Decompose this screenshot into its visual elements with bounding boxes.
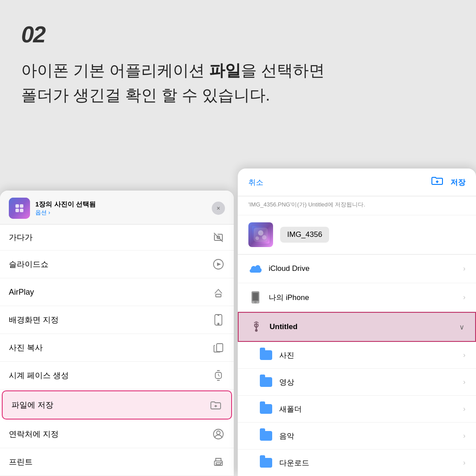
icloud-drive-icon: [248, 262, 262, 276]
share-header-text: 1장의 사진이 선택됨 옵션 ›: [35, 200, 206, 217]
partial-label: 가다가: [9, 232, 33, 243]
folder-icon: [209, 398, 222, 412]
description: 아이폰 기본 어플리케이션 파일을 선택하면 폴더가 생긴걸 확인 할 수 있습…: [21, 58, 455, 108]
svg-point-17: [217, 431, 220, 435]
files-header-actions: 저장: [431, 176, 465, 189]
folder-new-label: 새폴더: [279, 404, 457, 414]
svg-rect-8: [217, 344, 223, 352]
svg-rect-29: [252, 292, 259, 301]
print-label: 프린트: [9, 457, 33, 467]
icloud-drive-chevron: ›: [463, 265, 465, 273]
camera-off-icon: [212, 231, 225, 244]
icloud-drive-label: iCloud Drive: [269, 264, 457, 273]
person-circle-icon: [212, 427, 225, 441]
wallpaper-label: 배경화면 지정: [9, 315, 59, 325]
desc-line1-end: 을 선택하면: [241, 61, 325, 79]
desc-bold: 파일: [209, 61, 241, 79]
untitled-item[interactable]: Untitled ∨: [238, 312, 476, 342]
save-to-files-label: 파일에 저장: [11, 400, 53, 410]
new-folder-icon[interactable]: [431, 176, 443, 189]
share-header: 1장의 사진이 선택됨 옵션 › ×: [0, 191, 234, 225]
svg-point-26: [255, 236, 259, 240]
files-preview-area: IMG_4356: [238, 215, 476, 255]
my-iphone-item[interactable]: 나의 iPhone ›: [238, 283, 476, 312]
share-header-subtitle[interactable]: 옵션 ›: [35, 209, 206, 217]
watch-icon: [212, 369, 225, 382]
svg-point-30: [255, 302, 256, 303]
untitled-label: Untitled: [270, 322, 453, 331]
phone-icon: [212, 313, 225, 326]
files-dialog-header: 취소 저장: [238, 169, 476, 196]
folder-new-chevron: ›: [463, 405, 465, 413]
folder-videos-chevron: ›: [463, 378, 465, 386]
print-menu-item[interactable]: 프린트: [0, 448, 234, 476]
top-section: 02 아이폰 기본 어플리케이션 파일을 선택하면 폴더가 생긴걸 확인 할 수…: [0, 0, 476, 121]
airplay-icon: [212, 285, 225, 299]
copy-icon: [212, 341, 225, 354]
svg-rect-19: [216, 463, 221, 465]
svg-point-20: [221, 462, 222, 464]
step-number: 02: [21, 21, 455, 48]
copy-photo-menu-item[interactable]: 사진 복사: [0, 334, 234, 362]
folder-photos-label: 사진: [279, 350, 457, 360]
folder-downloads-icon: [259, 456, 273, 470]
share-sheet: 1장의 사진이 선택됨 옵션 › × 가다가 슬라이드쇼: [0, 191, 234, 476]
play-circle-icon: [212, 258, 225, 271]
desc-line1-prefix: 아이폰 기본 어플리케이션: [21, 61, 209, 79]
folder-downloads-chevron: ›: [463, 459, 465, 467]
watch-face-label: 시계 페이스 생성: [9, 370, 69, 381]
partial-menu-item: 가다가: [0, 225, 234, 251]
files-info-text: 'IMG_4356.PNG'이(가) Untitled에 저장됩니다.: [238, 196, 476, 215]
folder-videos-label: 영상: [279, 377, 457, 387]
share-header-close-button[interactable]: ×: [212, 202, 225, 215]
my-iphone-icon: [248, 290, 262, 304]
sub-folder-music[interactable]: 음악 ›: [238, 423, 476, 450]
assign-contact-menu-item[interactable]: 연락처에 지정: [0, 420, 234, 448]
folder-music-chevron: ›: [463, 432, 465, 440]
sub-folder-photos[interactable]: 사진 ›: [238, 342, 476, 369]
folder-photos-icon: [259, 348, 273, 362]
usb-icon: [249, 320, 263, 334]
wallpaper-menu-item[interactable]: 배경화면 지정: [0, 306, 234, 334]
folder-videos-icon: [259, 375, 273, 389]
slideshow-label: 슬라이드쇼: [9, 259, 49, 270]
slideshow-menu-item[interactable]: 슬라이드쇼: [0, 251, 234, 278]
svg-line-13: [218, 375, 220, 376]
folder-photos-chevron: ›: [463, 351, 465, 359]
folder-music-icon: [259, 429, 273, 443]
folder-new-icon: [259, 402, 273, 416]
folder-music-label: 음악: [279, 431, 457, 441]
files-cancel-button[interactable]: 취소: [248, 177, 263, 187]
copy-photo-label: 사진 복사: [9, 342, 43, 353]
svg-marker-3: [217, 262, 221, 266]
my-iphone-label: 나의 iPhone: [269, 292, 457, 303]
icloud-drive-item[interactable]: iCloud Drive ›: [238, 255, 476, 283]
svg-rect-4: [216, 294, 221, 297]
files-preview-name: IMG_4356: [280, 227, 329, 243]
svg-point-31: [255, 329, 258, 332]
airplay-label: AirPlay: [9, 288, 34, 297]
printer-icon: [212, 455, 225, 469]
files-dialog: 취소 저장 'IMG_4356.PNG'이(가) Untitled에 저장됩니다…: [238, 169, 476, 476]
svg-point-27: [262, 235, 266, 240]
files-save-button[interactable]: 저장: [450, 177, 465, 187]
share-header-title: 1장의 사진이 선택됨: [35, 200, 206, 209]
desc-line2: 폴더가 생긴걸 확인 할 수 있습니다.: [21, 86, 270, 104]
my-iphone-chevron: ›: [463, 293, 465, 301]
sub-folder-videos[interactable]: 영상 ›: [238, 369, 476, 396]
files-preview-thumbnail: [248, 222, 273, 247]
untitled-chevron: ∨: [459, 323, 465, 331]
watch-face-menu-item[interactable]: 시계 페이스 생성: [0, 362, 234, 390]
folder-downloads-label: 다운로드: [279, 458, 457, 468]
sub-folder-new[interactable]: 새폴더 ›: [238, 396, 476, 423]
sub-folder-downloads[interactable]: 다운로드 ›: [238, 450, 476, 476]
assign-contact-label: 연락처에 지정: [9, 429, 59, 439]
bottom-section: 1장의 사진이 선택됨 옵션 › × 가다가 슬라이드쇼: [0, 191, 476, 476]
save-to-files-menu-item[interactable]: 파일에 저장: [2, 390, 232, 420]
svg-point-25: [258, 230, 263, 236]
share-header-icon: [9, 198, 30, 219]
svg-point-7: [218, 323, 219, 325]
airplay-menu-item[interactable]: AirPlay: [0, 278, 234, 306]
